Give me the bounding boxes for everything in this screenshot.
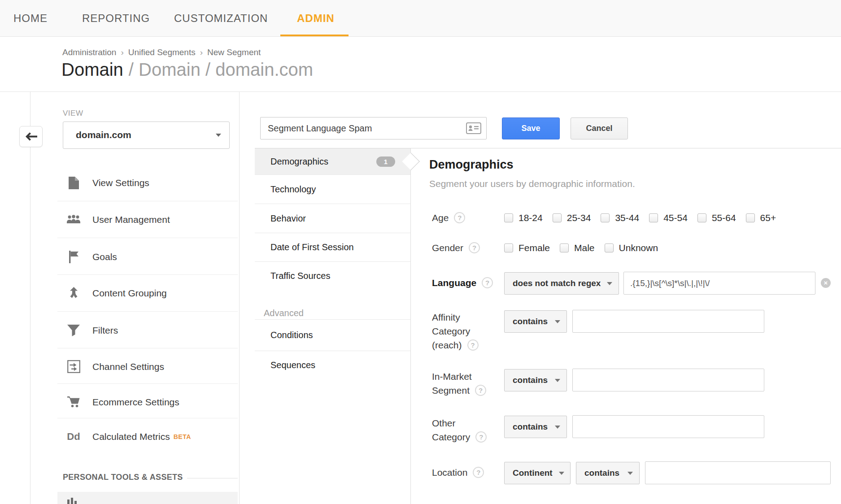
age-options: 18-24 25-34 35-44 45-54 55-64 65+ [504,213,776,223]
tab-technology[interactable]: Technology [255,175,410,204]
channel-settings-icon [66,360,81,373]
gender-option-male[interactable]: Male [560,243,595,253]
page-title-path: / Domain / domain.com [129,60,313,79]
sidebar-item-label: Filters [92,325,118,336]
affinity-value-input[interactable] [572,310,764,333]
nav-admin[interactable]: ADMIN [297,0,335,36]
age-option-55-64[interactable]: 55-64 [697,213,736,223]
sidebar-item-label: Calculated Metrics [92,431,170,442]
segment-name-wrap [260,117,487,139]
breadcrumb-administration[interactable]: Administration [62,48,116,57]
beta-badge: BETA [174,433,191,440]
affinity-operator-dropdown[interactable]: contains [504,310,567,333]
location-value-input[interactable] [645,461,831,484]
funnel-icon [66,325,81,336]
save-button[interactable]: Save [502,117,560,139]
filter-count-badge: 1 [376,156,395,167]
location-dimension-dropdown[interactable]: Continent [504,462,571,484]
help-icon[interactable]: ? [454,212,465,223]
age-option-35-44[interactable]: 35-44 [601,213,639,223]
checkbox[interactable] [504,213,513,222]
other-category-operator-dropdown[interactable]: contains [504,416,567,438]
other-category-value-input[interactable] [572,415,764,438]
cancel-button[interactable]: Cancel [571,117,628,139]
caret-down-icon [555,426,560,429]
in-market-operator-dropdown[interactable]: contains [504,369,567,391]
caret-down-icon [559,472,564,475]
panel-title: Demographics [429,158,514,172]
divider [57,311,238,312]
location-operator-dropdown[interactable]: contains [576,462,640,484]
sidebar-item-calculated-metrics[interactable]: Dd Calculated Metrics BETA [57,418,238,455]
back-arrow-icon [25,132,37,141]
checkbox[interactable] [649,213,658,222]
nav-reporting[interactable]: REPORTING [82,0,150,36]
caret-down-icon [216,134,221,137]
in-market-value-input[interactable] [572,369,764,391]
gender-option-unknown[interactable]: Unknown [605,243,658,253]
age-option-25-34[interactable]: 25-34 [553,213,591,223]
sidebar-item-ecommerce-settings[interactable]: Ecommerce Settings [57,384,238,420]
language-value-input[interactable] [623,272,815,295]
tab-demographics[interactable]: Demographics 1 [255,148,410,174]
tab-sequences[interactable]: Sequences [255,351,410,379]
nav-customization[interactable]: CUSTOMIZATION [174,0,268,36]
divider [187,478,238,478]
sidebar-item-content-grouping[interactable]: Content Grouping [57,275,238,311]
age-option-45-54[interactable]: 45-54 [649,213,688,223]
help-icon[interactable]: ? [482,277,493,288]
breadcrumb: Administration › Unified Segments › New … [62,48,261,57]
tab-conditions[interactable]: Conditions [255,320,410,351]
help-icon[interactable]: ? [473,467,484,478]
view-section-label: VIEW [63,109,83,118]
sidebar-rail-line [30,92,31,504]
help-icon[interactable]: ? [475,431,487,443]
divider [57,238,238,238]
sidebar-item-channel-settings[interactable]: Channel Settings [57,348,238,385]
age-option-65plus[interactable]: 65+ [746,213,776,223]
checkbox[interactable] [601,213,610,222]
tab-behavior[interactable]: Behavior [255,204,410,233]
help-icon[interactable]: ? [467,339,479,351]
cart-icon [66,396,81,408]
location-label: Location ? [432,467,484,478]
checkbox[interactable] [697,213,706,222]
sidebar-item-goals[interactable]: Goals [57,239,238,275]
back-button[interactable] [19,126,43,147]
tab-date-of-first-session[interactable]: Date of First Session [255,233,410,261]
checkbox[interactable] [746,213,755,222]
age-option-18-24[interactable]: 18-24 [504,213,543,223]
header-divider [0,91,841,92]
clear-icon[interactable]: × [821,278,831,288]
caret-down-icon [607,282,612,285]
top-nav: HOME REPORTING CUSTOMIZATION ADMIN [0,0,841,37]
affinity-category-label: Affinity Category (reach)? [432,310,479,352]
sidebar-item-view-settings[interactable]: View Settings [57,165,238,201]
help-icon[interactable]: ? [475,385,486,396]
sidebar-item-label: Ecommerce Settings [92,397,179,408]
language-operator-dropdown[interactable]: does not match regex [504,272,619,295]
dd-icon: Dd [66,431,81,443]
breadcrumb-unified-segments[interactable]: Unified Segments [128,48,196,57]
sidebar-item-partial[interactable] [57,492,238,504]
checkbox[interactable] [504,243,513,252]
document-icon [66,177,81,189]
segment-name-input[interactable] [260,117,487,139]
sidebar-item-label: Content Grouping [92,288,167,299]
tab-traffic-sources[interactable]: Traffic Sources [255,262,410,290]
sidebar-item-filters[interactable]: Filters [57,312,238,348]
panel-subtitle: Segment your users by demographic inform… [429,178,635,189]
help-icon[interactable]: ? [469,242,480,253]
nav-home[interactable]: HOME [13,0,48,36]
checkbox[interactable] [553,213,562,222]
other-category-label: Other Category? [432,416,487,444]
gender-option-female[interactable]: Female [504,243,550,253]
ga-admin-screen: HOME REPORTING CUSTOMIZATION ADMIN Admin… [0,0,841,504]
checkbox[interactable] [560,243,569,252]
sidebar-item-user-management[interactable]: User Management [57,201,238,238]
checkbox[interactable] [605,243,614,252]
age-label: Age ? [432,212,465,223]
gender-label: Gender ? [432,242,480,253]
page-title-account: Domain [61,60,123,79]
view-selector[interactable]: domain.com [63,122,230,149]
